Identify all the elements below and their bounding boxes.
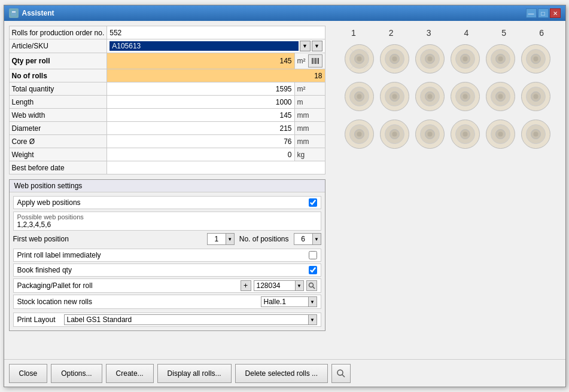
col-header-3: 3 — [412, 28, 445, 38]
no-pos-input[interactable] — [294, 235, 312, 243]
svg-point-28 — [463, 57, 468, 62]
article-alt-dropdown[interactable]: ▼ — [312, 41, 322, 51]
total-qty-value: 1595 — [107, 82, 294, 96]
roll-3-2[interactable] — [378, 118, 411, 151]
best-before-value — [107, 161, 325, 174]
best-before-label: Best before date — [9, 161, 107, 174]
svg-rect-1 — [12, 11, 16, 13]
svg-point-32 — [498, 57, 503, 62]
qty-per-roll-unit: m² — [294, 53, 325, 69]
production-order-value: 552 — [107, 26, 325, 39]
window-icon — [9, 8, 19, 18]
article-row: ▼ ▼ — [109, 41, 322, 51]
col-header-2: 2 — [375, 28, 407, 38]
svg-point-76 — [463, 132, 468, 137]
search-icon-button[interactable] — [331, 364, 351, 383]
qty-per-roll-label: Qty per roll — [9, 53, 107, 69]
col-header-5: 5 — [488, 28, 521, 38]
display-all-rolls-button[interactable]: Display all rolls... — [157, 364, 232, 383]
form-table: Rolls for production order no. 552 Artic… — [9, 26, 325, 174]
diameter-row: Diameter 215 mm — [9, 122, 325, 135]
options-button[interactable]: Options... — [51, 364, 102, 383]
stock-input-group: ▼ — [261, 296, 317, 307]
length-unit: m — [294, 96, 325, 109]
article-dropdown-btn[interactable]: ▼ — [300, 41, 311, 51]
roll-3-4[interactable] — [449, 118, 482, 151]
pallet-input[interactable] — [254, 280, 296, 291]
svg-point-56 — [498, 94, 503, 99]
web-position-section: Web position settings Apply web position… — [9, 179, 325, 331]
stock-dropdown-btn[interactable]: ▼ — [309, 296, 317, 307]
roll-3-3[interactable] — [413, 118, 446, 151]
roll-3-5[interactable] — [484, 118, 517, 151]
apply-checkbox[interactable] — [309, 198, 317, 207]
maximize-button[interactable]: □ — [538, 8, 549, 18]
roll-2-5[interactable] — [484, 80, 517, 113]
roll-2-4[interactable] — [449, 80, 482, 113]
print-layout-arrow[interactable]: ▼ — [309, 314, 317, 325]
roll-2-3[interactable] — [413, 80, 446, 113]
print-layout-select: ▼ — [64, 314, 317, 325]
article-input[interactable] — [109, 41, 298, 51]
delete-selected-rolls-button[interactable]: Delete selected rolls ... — [235, 364, 328, 383]
no-pos-arrow[interactable]: ▼ — [312, 234, 321, 244]
svg-rect-4 — [315, 58, 316, 64]
main-content: Rolls for production order no. 552 Artic… — [4, 21, 565, 359]
core-unit: mm — [294, 135, 325, 148]
pallet-dropdown-btn[interactable]: ▼ — [296, 280, 304, 291]
close-button[interactable]: Close — [9, 364, 48, 383]
no-pos-label: No. of positions — [239, 235, 289, 243]
possible-label: Possible web positions — [17, 213, 317, 220]
rolls-grid — [343, 42, 552, 151]
pallet-row: Packaging/Pallet for roll + ▼ — [13, 278, 321, 293]
roll-2-1[interactable] — [343, 80, 376, 113]
col-header-4: 4 — [450, 28, 483, 38]
stock-row: Stock location new rolls ▼ — [13, 295, 321, 309]
create-button[interactable]: Create... — [106, 364, 154, 383]
weight-value: 0 — [107, 148, 294, 161]
qty-scan-btn[interactable] — [308, 54, 322, 68]
minimize-button[interactable]: — — [526, 8, 537, 18]
roll-2-2[interactable] — [378, 80, 411, 113]
svg-point-68 — [392, 132, 397, 137]
print-layout-label: Print Layout — [17, 316, 59, 324]
length-value: 1000 — [107, 96, 294, 109]
roll-3-1[interactable] — [343, 118, 376, 151]
roll-1-5[interactable] — [484, 42, 517, 75]
roll-3-6[interactable] — [519, 118, 552, 151]
svg-point-12 — [357, 57, 362, 62]
book-finished-checkbox[interactable] — [309, 266, 317, 274]
first-pos-arrow[interactable]: ▼ — [226, 234, 234, 244]
svg-rect-6 — [318, 58, 319, 64]
pallet-search-btn[interactable] — [306, 280, 317, 291]
print-roll-row: Print roll label immediately — [13, 249, 321, 262]
web-width-unit: mm — [294, 109, 325, 122]
close-window-button[interactable]: ✕ — [550, 8, 561, 18]
core-value: 76 — [107, 135, 294, 148]
pallet-plus-btn[interactable]: + — [241, 280, 251, 291]
roll-1-3[interactable] — [413, 42, 446, 75]
first-pos-input[interactable] — [208, 235, 226, 243]
col-header-1: 1 — [337, 28, 370, 38]
title-bar: Assistent — □ ✕ — [4, 5, 565, 21]
first-pos-label: First web position — [13, 235, 202, 243]
book-finished-label: Book finished qty — [17, 266, 72, 274]
rolls-row-1 — [343, 42, 552, 75]
svg-rect-5 — [317, 58, 317, 64]
total-qty-unit: m² — [294, 82, 325, 96]
svg-point-84 — [534, 132, 538, 137]
print-roll-checkbox[interactable] — [309, 251, 317, 259]
roll-1-4[interactable] — [449, 42, 482, 75]
title-controls: — □ ✕ — [526, 8, 561, 18]
roll-2-6[interactable] — [519, 80, 552, 113]
print-layout-input[interactable] — [64, 314, 309, 325]
roll-1-6[interactable] — [519, 42, 552, 75]
qty-per-roll-row: Qty per roll 145 m² — [9, 53, 325, 69]
diameter-unit: mm — [294, 122, 325, 135]
stock-input[interactable] — [261, 296, 309, 307]
roll-1-1[interactable] — [343, 42, 376, 75]
roll-1-2[interactable] — [378, 42, 411, 75]
best-before-input[interactable] — [109, 164, 322, 172]
web-position-title: Web position settings — [10, 180, 325, 192]
no-of-rolls-label: No of rolls — [9, 69, 107, 82]
